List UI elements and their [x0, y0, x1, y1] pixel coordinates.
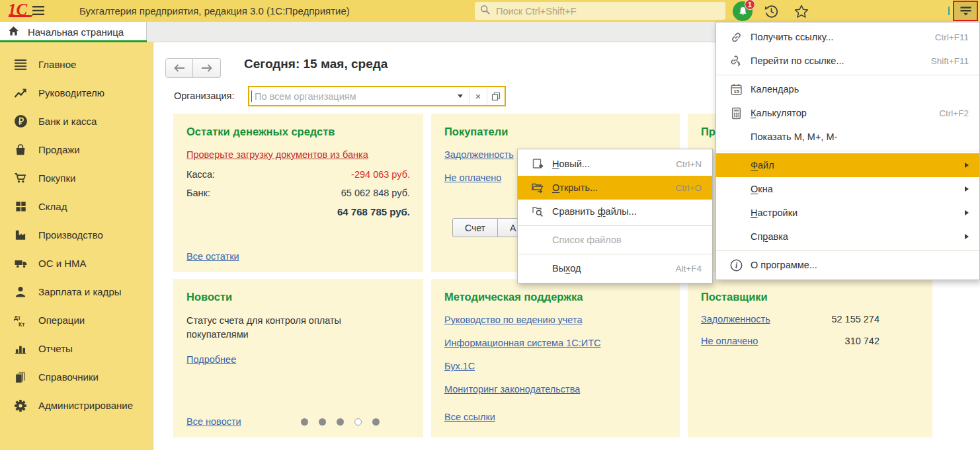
sidebar-item-label: Производство	[38, 229, 103, 241]
menu-item-label: Сравнить файлы...	[552, 206, 694, 217]
card-title: Поставщики	[701, 291, 919, 303]
menu-item-show-m[interactable]: Показать М, М+, М-	[716, 125, 979, 149]
sidebar-item-operations[interactable]: ДтКт Операции	[0, 306, 153, 334]
bar-chart-icon	[13, 342, 28, 356]
history-icon[interactable]	[764, 4, 779, 22]
menu-item-windows[interactable]: Окна	[716, 177, 979, 201]
news-text: Статус счета для контроля оплаты покупат…	[186, 314, 395, 342]
menu-item-label: Новый...	[552, 159, 668, 169]
menu-item-settings[interactable]: Настройки	[716, 201, 979, 225]
chevron-down-icon	[458, 94, 463, 98]
organization-clear-button[interactable]: ×	[469, 87, 487, 105]
svg-text:Дт: Дт	[14, 315, 20, 321]
menu-item-about[interactable]: i О программе...	[716, 253, 979, 277]
notifications-bell-icon[interactable]: 1	[733, 1, 753, 21]
news-more-link[interactable]: Подробнее	[186, 354, 236, 365]
sidebar-item-label: Главное	[38, 59, 76, 70]
card-news: Новости Статус счета для контроля оплаты…	[173, 279, 423, 437]
today-heading: Сегодня: 15 мая, среда	[244, 57, 388, 71]
bank-load-alert-link[interactable]: Проверьте загрузку документов из банка	[186, 149, 368, 160]
sidebar-item-manager[interactable]: Руководителю	[0, 79, 153, 107]
pagination-dot[interactable]	[337, 418, 344, 426]
tab-label: Начальная страница	[28, 26, 124, 38]
all-balances-link[interactable]: Все остатки	[186, 251, 239, 262]
pagination-dot[interactable]	[319, 418, 326, 426]
menu-item-label: Календарь	[751, 84, 961, 94]
svg-text:Кт: Кт	[19, 320, 24, 327]
menu-separator	[716, 151, 979, 151]
buh1c-link[interactable]: Бух.1С	[444, 361, 475, 371]
its-system-link[interactable]: Информационная система 1С:ИТС	[444, 338, 600, 348]
suppliers-unpaid-link[interactable]: Не оплачено	[701, 336, 758, 346]
history-nav	[165, 58, 221, 78]
menu-item-shortcut: Ctrl+O	[676, 183, 702, 193]
search-input[interactable]	[495, 5, 725, 17]
menu-item-label: Показать М, М+, М-	[751, 131, 969, 142]
menu-item-label: О программе...	[751, 260, 969, 270]
menu-item-help[interactable]: Справка	[716, 225, 979, 248]
sidebar-item-warehouse[interactable]: Склад	[0, 192, 153, 221]
sidebar-item-directories[interactable]: Справочники	[0, 363, 153, 391]
organization-choose-button[interactable]	[487, 87, 505, 105]
pagination-dot[interactable]	[354, 418, 362, 426]
pagination-dot[interactable]	[301, 418, 308, 426]
menu-item-calculator[interactable]: Калькулятор Ctrl+F2	[716, 101, 979, 125]
organization-input[interactable]	[252, 91, 451, 102]
sections-icon	[13, 57, 28, 72]
menu-item-shortcut: Ctrl+N	[676, 159, 702, 169]
main-menu-button[interactable]	[953, 1, 978, 21]
invoice-button[interactable]: Счет	[452, 218, 498, 237]
tab-home-page[interactable]: Начальная страница	[0, 22, 147, 42]
sidebar-item-bank-cash[interactable]: Банк и касса	[0, 107, 153, 135]
buyers-debt-link[interactable]: Задолженность	[444, 149, 514, 160]
menu-item-open[interactable]: Открыть... Ctrl+O	[518, 176, 712, 200]
menu-item-exit[interactable]: Выход Alt+F4	[518, 256, 712, 280]
menu-item-compare-files[interactable]: Сравнить файлы...	[518, 200, 712, 223]
menu-separator	[518, 225, 712, 226]
menu-item-get-link[interactable]: Получить ссылку... Ctrl+F11	[716, 25, 979, 49]
sidebar-item-main[interactable]: Главное	[0, 50, 153, 79]
suppliers-debt-link[interactable]: Задолженность	[701, 314, 770, 324]
copy-icon	[491, 92, 501, 101]
organization-dropdown-button[interactable]	[451, 87, 469, 105]
all-links-link[interactable]: Все ссылки	[444, 412, 495, 422]
menu-item-file-list: Список файлов	[518, 228, 712, 252]
sidebar-item-label: Банк и касса	[38, 116, 97, 127]
suppliers-debt-row: Задолженность 52 155 274	[701, 314, 879, 324]
menu-separator	[716, 250, 979, 251]
accounting-guide-link[interactable]: Руководство по ведению учета	[444, 315, 582, 325]
favorites-star-icon[interactable]	[794, 4, 809, 22]
svg-text:15: 15	[733, 88, 739, 94]
sidebar-item-production[interactable]: Производство	[0, 221, 153, 249]
shopping-cart-icon	[13, 171, 28, 186]
sidebar-item-fixed-assets[interactable]: ОС и НМА	[0, 249, 153, 278]
law-monitoring-link[interactable]: Мониторинг законодательства	[444, 384, 580, 394]
menu-item-shortcut: Ctrl+F11	[935, 32, 969, 42]
menu-item-new[interactable]: Новый... Ctrl+N	[518, 152, 712, 176]
forward-button[interactable]	[193, 58, 221, 78]
menu-item-goto-link[interactable]: Перейти по ссылке... Shift+F11	[716, 49, 979, 73]
buyers-unpaid-link[interactable]: Не оплачено	[444, 172, 501, 183]
dt-kt-icon: ДтКт	[13, 313, 28, 328]
row-label: Касса:	[186, 169, 215, 180]
back-button[interactable]	[165, 58, 193, 78]
sidebar-item-label: Покупки	[38, 172, 75, 184]
row-label: Банк:	[186, 188, 210, 198]
sidebar-item-reports[interactable]: Отчеты	[0, 334, 153, 363]
sidebar-item-administration[interactable]: Администрирование	[0, 391, 153, 420]
menu-item-label: Выход	[552, 263, 668, 274]
sidebar-item-salary-hr[interactable]: Зарплата и кадры	[0, 278, 153, 306]
sidebar-item-label: Склад	[38, 201, 67, 212]
menu-item-calendar[interactable]: 15 Календарь	[716, 77, 979, 101]
all-news-link[interactable]: Все новости	[186, 416, 241, 427]
status-tick	[948, 7, 950, 15]
card-title: Остатки денежных средств	[186, 126, 410, 138]
menu-item-label: Справка	[751, 231, 958, 242]
sidebar-item-sales[interactable]: Продажи	[0, 135, 153, 164]
global-search[interactable]	[475, 2, 725, 20]
menu-item-file[interactable]: Файл	[716, 153, 979, 177]
hamburger-menu-icon[interactable]	[32, 5, 45, 19]
pagination-dot[interactable]	[372, 418, 380, 426]
card-title: Новости	[186, 291, 410, 303]
sidebar-item-purchases[interactable]: Покупки	[0, 164, 153, 192]
